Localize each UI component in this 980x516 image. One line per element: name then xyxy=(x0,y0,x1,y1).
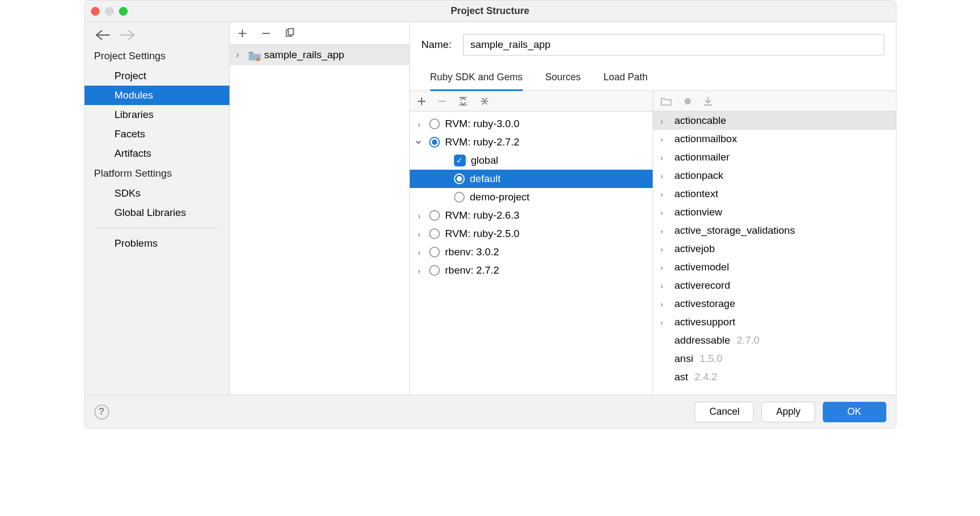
cancel-button[interactable]: Cancel xyxy=(695,402,754,422)
gem-row[interactable]: ›ast2.4.2 xyxy=(653,368,896,386)
gem-name: actionmailbox xyxy=(675,133,737,145)
sidebar-item-libraries[interactable]: Libraries xyxy=(85,105,229,124)
tab-ruby-sdk-and-gems[interactable]: Ruby SDK and Gems xyxy=(430,67,523,91)
download-icon[interactable] xyxy=(704,96,712,106)
gem-name: actionmailer xyxy=(675,151,730,163)
gem-row[interactable]: ›activestorage xyxy=(653,295,896,313)
gem-name: actionpack xyxy=(675,170,724,182)
sdk-item[interactable]: ›RVM: ruby-2.5.0 xyxy=(410,225,653,243)
gem-name: actioncable xyxy=(675,115,726,127)
gem-row[interactable]: ›actionpack xyxy=(653,166,896,185)
chevron-right-icon: › xyxy=(661,263,668,272)
module-name-input[interactable] xyxy=(463,34,884,55)
sdk-item[interactable]: ›rbenv: 3.0.2 xyxy=(410,243,653,261)
gem-row[interactable]: ›activerecord xyxy=(653,276,896,295)
sidebar-item-problems[interactable]: Problems xyxy=(85,234,229,253)
gem-row[interactable]: ›actionmailer xyxy=(653,148,896,166)
radio-icon[interactable] xyxy=(429,210,440,221)
gem-name: ansi xyxy=(675,353,694,365)
chevron-right-icon: › xyxy=(415,266,424,275)
gem-row[interactable]: ›activesupport xyxy=(653,313,896,331)
gem-row[interactable]: ›active_storage_validations xyxy=(653,221,896,240)
sidebar-item-modules[interactable]: Modules xyxy=(85,86,229,105)
sdk-item[interactable]: RVM: ruby-2.7.2 xyxy=(410,133,653,151)
radio-icon[interactable] xyxy=(429,228,440,239)
add-sdk-icon[interactable] xyxy=(417,97,426,106)
sidebar-item-facets[interactable]: Facets xyxy=(85,124,229,144)
module-root-row[interactable]: › sample_rails_app xyxy=(230,45,409,65)
minimize-button[interactable] xyxy=(105,7,114,16)
modules-toolbar xyxy=(230,22,409,45)
tabs: Ruby SDK and GemsSourcesLoad Path xyxy=(410,60,896,91)
chevron-right-icon: › xyxy=(415,229,424,239)
gem-row[interactable]: ›activemodel xyxy=(653,258,896,276)
sdk-item[interactable]: ›rbenv: 2.7.2 xyxy=(410,261,653,280)
gem-name: active_storage_validations xyxy=(675,225,795,236)
sidebar-item-project[interactable]: Project xyxy=(85,66,229,86)
remove-sdk-icon[interactable] xyxy=(438,97,446,106)
gem-row[interactable]: ›ansi1.5.0 xyxy=(653,350,896,368)
sidebar-item-sdks[interactable]: SDKs xyxy=(85,184,229,203)
nav-buttons xyxy=(85,26,229,46)
gem-row[interactable]: ›actionmailbox xyxy=(653,130,896,148)
sdk-item-label: demo-project xyxy=(470,191,530,203)
chevron-right-icon xyxy=(440,175,449,184)
tab-sources[interactable]: Sources xyxy=(545,67,581,90)
radio-icon[interactable] xyxy=(429,265,440,276)
modules-panel: › sample_rails_app xyxy=(230,22,410,395)
remove-icon[interactable] xyxy=(261,29,271,38)
split-panes: ›RVM: ruby-3.0.0RVM: ruby-2.7.2 ✓global … xyxy=(410,91,896,395)
sdk-item[interactable]: ›RVM: ruby-3.0.0 xyxy=(410,115,653,133)
sdk-item[interactable]: ✓global xyxy=(410,151,653,170)
tab-load-path[interactable]: Load Path xyxy=(604,67,648,90)
expand-all-icon[interactable] xyxy=(458,96,468,106)
collapse-all-icon[interactable] xyxy=(480,96,489,106)
chevron-right-icon xyxy=(440,156,449,165)
ok-button[interactable]: OK xyxy=(823,402,886,422)
sdk-item-label: rbenv: 2.7.2 xyxy=(445,264,499,276)
apply-button[interactable]: Apply xyxy=(761,402,815,422)
gem-name: addressable xyxy=(675,334,731,346)
checkbox-icon[interactable]: ✓ xyxy=(454,155,466,166)
gem-row[interactable]: ›actionview xyxy=(653,203,896,221)
add-icon[interactable] xyxy=(237,29,247,38)
forward-icon[interactable] xyxy=(120,30,135,40)
chevron-right-icon: › xyxy=(415,120,424,129)
sidebar-item-artifacts[interactable]: Artifacts xyxy=(85,144,229,163)
gem-name: actionview xyxy=(675,206,723,218)
maximize-button[interactable] xyxy=(119,7,128,16)
sdk-item[interactable]: default xyxy=(410,170,653,188)
folder-icon xyxy=(248,50,260,60)
sdk-item[interactable]: ›RVM: ruby-2.6.3 xyxy=(410,206,653,225)
radio-icon[interactable] xyxy=(429,118,440,129)
name-label: Name: xyxy=(422,39,452,51)
radio-icon[interactable] xyxy=(429,247,440,257)
back-icon[interactable] xyxy=(95,30,110,40)
chevron-down-icon xyxy=(415,139,424,145)
window-controls xyxy=(91,7,128,16)
circle-icon[interactable] xyxy=(683,97,692,106)
window-title: Project Structure xyxy=(451,5,529,17)
sidebar-item-global-libraries[interactable]: Global Libraries xyxy=(85,203,229,222)
gem-row[interactable]: ›activejob xyxy=(653,240,896,258)
sdk-item[interactable]: demo-project xyxy=(410,188,653,206)
svg-point-2 xyxy=(684,98,691,104)
gem-name: activerecord xyxy=(675,280,731,291)
gem-row[interactable]: ›addressable2.7.0 xyxy=(653,331,896,350)
copy-icon[interactable] xyxy=(285,29,295,38)
svg-rect-1 xyxy=(288,29,293,35)
gem-version: 2.7.0 xyxy=(737,334,759,346)
close-button[interactable] xyxy=(91,7,100,16)
chevron-right-icon: › xyxy=(661,171,668,180)
gem-row[interactable]: ›actioncable xyxy=(653,111,896,130)
gem-row[interactable]: ›actiontext xyxy=(653,185,896,203)
radio-icon[interactable] xyxy=(429,137,440,148)
chevron-right-icon xyxy=(440,193,449,202)
gem-name: actiontext xyxy=(675,188,718,200)
module-root-label: sample_rails_app xyxy=(264,49,345,61)
sdk-column: ›RVM: ruby-3.0.0RVM: ruby-2.7.2 ✓global … xyxy=(410,91,653,395)
radio-icon[interactable] xyxy=(454,173,465,184)
radio-icon[interactable] xyxy=(454,192,465,203)
help-button[interactable]: ? xyxy=(94,405,109,420)
open-folder-icon[interactable] xyxy=(661,97,671,106)
